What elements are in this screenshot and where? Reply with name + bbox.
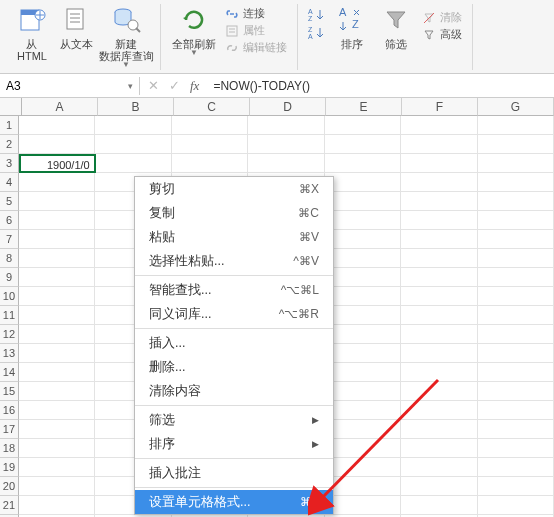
- cell-C1[interactable]: [172, 116, 248, 135]
- column-header[interactable]: F: [402, 98, 478, 116]
- column-header[interactable]: A: [22, 98, 98, 116]
- row-header[interactable]: 15: [0, 382, 19, 401]
- cell-A1[interactable]: [19, 116, 95, 135]
- cell-F5[interactable]: [401, 192, 477, 211]
- row-header[interactable]: 3: [0, 154, 19, 173]
- from-text-button[interactable]: 从文本: [54, 4, 98, 69]
- cell-A21[interactable]: [19, 496, 95, 515]
- cell-F7[interactable]: [401, 230, 477, 249]
- filter-button[interactable]: 筛选: [374, 4, 418, 50]
- cell-E5[interactable]: [325, 192, 401, 211]
- sort-desc-button[interactable]: ZA: [308, 26, 326, 40]
- cell-G21[interactable]: [478, 496, 554, 515]
- cell-E2[interactable]: [325, 135, 401, 154]
- cell-F10[interactable]: [401, 287, 477, 306]
- row-header[interactable]: 14: [0, 363, 19, 382]
- cell-A6[interactable]: [19, 211, 95, 230]
- menu-item[interactable]: 粘贴⌘V: [135, 225, 333, 249]
- row-header[interactable]: 8: [0, 249, 19, 268]
- cell-F12[interactable]: [401, 325, 477, 344]
- cell-D2[interactable]: [248, 135, 324, 154]
- cell-E20[interactable]: [325, 477, 401, 496]
- cell-E14[interactable]: [325, 363, 401, 382]
- column-header[interactable]: E: [326, 98, 402, 116]
- cell-F18[interactable]: [401, 439, 477, 458]
- cell-E10[interactable]: [325, 287, 401, 306]
- cell-E1[interactable]: [325, 116, 401, 135]
- cell-G16[interactable]: [478, 401, 554, 420]
- cell-E8[interactable]: [325, 249, 401, 268]
- cell-E15[interactable]: [325, 382, 401, 401]
- cell-G20[interactable]: [478, 477, 554, 496]
- column-header[interactable]: D: [250, 98, 326, 116]
- cell-A11[interactable]: [19, 306, 95, 325]
- row-header[interactable]: 9: [0, 268, 19, 287]
- cell-A19[interactable]: [19, 458, 95, 477]
- row-header[interactable]: 6: [0, 211, 19, 230]
- cell-A3[interactable]: 1900/1/0: [19, 154, 96, 173]
- cell-G5[interactable]: [478, 192, 554, 211]
- menu-item[interactable]: 清除内容: [135, 379, 333, 403]
- formula-input[interactable]: =NOW()-TODAY(): [207, 79, 310, 93]
- cell-G17[interactable]: [478, 420, 554, 439]
- cancel-formula-icon[interactable]: ✕: [148, 78, 159, 93]
- menu-item[interactable]: 插入...: [135, 331, 333, 355]
- cell-C3[interactable]: [172, 154, 248, 173]
- cell-A18[interactable]: [19, 439, 95, 458]
- row-header[interactable]: 20: [0, 477, 19, 496]
- cell-E4[interactable]: [325, 173, 401, 192]
- cell-B1[interactable]: [95, 116, 171, 135]
- menu-item[interactable]: 同义词库...^⌥⌘R: [135, 302, 333, 326]
- connections-button[interactable]: 连接: [225, 6, 287, 21]
- row-header[interactable]: 16: [0, 401, 19, 420]
- cell-F20[interactable]: [401, 477, 477, 496]
- cell-A8[interactable]: [19, 249, 95, 268]
- cell-G9[interactable]: [478, 268, 554, 287]
- cell-C2[interactable]: [172, 135, 248, 154]
- row-header[interactable]: 21: [0, 496, 19, 515]
- advanced-filter-button[interactable]: 高级: [422, 27, 462, 42]
- cell-F8[interactable]: [401, 249, 477, 268]
- cell-F13[interactable]: [401, 344, 477, 363]
- row-header[interactable]: 4: [0, 173, 19, 192]
- row-header[interactable]: 2: [0, 135, 19, 154]
- cell-E19[interactable]: [325, 458, 401, 477]
- cell-G4[interactable]: [478, 173, 554, 192]
- refresh-all-button[interactable]: 全部刷新 ▼: [167, 4, 221, 57]
- cell-F15[interactable]: [401, 382, 477, 401]
- edit-links-button[interactable]: 编辑链接: [225, 40, 287, 55]
- cell-G12[interactable]: [478, 325, 554, 344]
- cell-A15[interactable]: [19, 382, 95, 401]
- menu-item[interactable]: 排序: [135, 432, 333, 456]
- clear-filter-button[interactable]: 清除: [422, 10, 462, 25]
- cell-G6[interactable]: [478, 211, 554, 230]
- cell-E3[interactable]: [325, 154, 401, 173]
- cell-F16[interactable]: [401, 401, 477, 420]
- cell-A16[interactable]: [19, 401, 95, 420]
- cell-A2[interactable]: [19, 135, 95, 154]
- row-header[interactable]: 13: [0, 344, 19, 363]
- cell-E12[interactable]: [325, 325, 401, 344]
- cell-G19[interactable]: [478, 458, 554, 477]
- cell-A13[interactable]: [19, 344, 95, 363]
- sort-button[interactable]: AZ 排序: [330, 4, 374, 50]
- cell-D1[interactable]: [248, 116, 324, 135]
- column-header[interactable]: C: [174, 98, 250, 116]
- cell-E11[interactable]: [325, 306, 401, 325]
- cell-A12[interactable]: [19, 325, 95, 344]
- row-header[interactable]: 17: [0, 420, 19, 439]
- cell-A14[interactable]: [19, 363, 95, 382]
- accept-formula-icon[interactable]: ✓: [169, 78, 180, 93]
- row-header[interactable]: 5: [0, 192, 19, 211]
- menu-item[interactable]: 选择性粘贴...^⌘V: [135, 249, 333, 273]
- cell-F9[interactable]: [401, 268, 477, 287]
- cell-F4[interactable]: [401, 173, 477, 192]
- cell-G18[interactable]: [478, 439, 554, 458]
- sort-asc-button[interactable]: AZ: [308, 8, 326, 22]
- select-all-corner[interactable]: [0, 98, 22, 116]
- cell-F17[interactable]: [401, 420, 477, 439]
- cell-F1[interactable]: [401, 116, 477, 135]
- cell-G13[interactable]: [478, 344, 554, 363]
- menu-item[interactable]: 删除...: [135, 355, 333, 379]
- cell-E17[interactable]: [325, 420, 401, 439]
